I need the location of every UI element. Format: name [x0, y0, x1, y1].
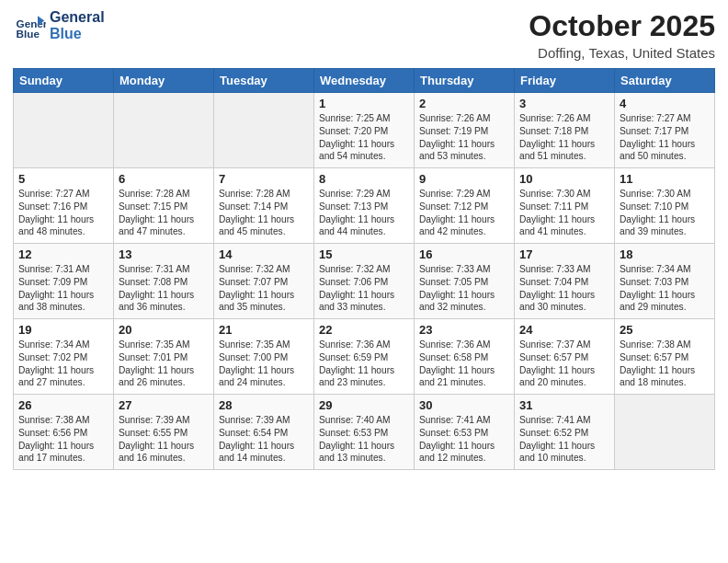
day-number: 30 — [419, 398, 509, 412]
day-cell: 23Sunrise: 7:36 AM Sunset: 6:58 PM Dayli… — [415, 319, 515, 395]
week-row-2: 5Sunrise: 7:27 AM Sunset: 7:16 PM Daylig… — [14, 168, 715, 244]
day-cell: 28Sunrise: 7:39 AM Sunset: 6:54 PM Dayli… — [214, 395, 314, 470]
col-header-wednesday: Wednesday — [314, 69, 415, 93]
day-number: 19 — [18, 323, 108, 337]
day-number: 9 — [419, 172, 509, 186]
day-info: Sunrise: 7:40 AM Sunset: 6:53 PM Dayligh… — [319, 414, 409, 465]
day-info: Sunrise: 7:27 AM Sunset: 7:17 PM Dayligh… — [620, 112, 710, 163]
day-number: 5 — [18, 172, 108, 186]
day-cell: 4Sunrise: 7:27 AM Sunset: 7:17 PM Daylig… — [615, 93, 715, 168]
day-number: 7 — [219, 172, 309, 186]
day-cell — [214, 93, 314, 168]
day-cell: 29Sunrise: 7:40 AM Sunset: 6:53 PM Dayli… — [314, 395, 415, 470]
day-number: 4 — [620, 97, 710, 110]
day-cell: 19Sunrise: 7:34 AM Sunset: 7:02 PM Dayli… — [14, 319, 114, 395]
day-number: 13 — [119, 247, 209, 261]
day-cell: 16Sunrise: 7:33 AM Sunset: 7:05 PM Dayli… — [415, 244, 515, 319]
day-number: 1 — [319, 97, 409, 110]
day-info: Sunrise: 7:28 AM Sunset: 7:14 PM Dayligh… — [219, 188, 309, 238]
day-cell: 6Sunrise: 7:28 AM Sunset: 7:15 PM Daylig… — [114, 168, 214, 244]
logo-icon: General Blue — [13, 9, 46, 42]
page: General Blue General Blue October 2025 D… — [0, 0, 728, 563]
day-info: Sunrise: 7:41 AM Sunset: 6:53 PM Dayligh… — [419, 414, 509, 465]
day-info: Sunrise: 7:33 AM Sunset: 7:05 PM Dayligh… — [419, 263, 509, 314]
day-number: 22 — [319, 323, 409, 337]
day-info: Sunrise: 7:26 AM Sunset: 7:19 PM Dayligh… — [419, 112, 509, 163]
day-cell: 21Sunrise: 7:35 AM Sunset: 7:00 PM Dayli… — [214, 319, 314, 395]
day-number: 12 — [18, 247, 108, 261]
day-info: Sunrise: 7:29 AM Sunset: 7:13 PM Dayligh… — [319, 188, 409, 238]
day-info: Sunrise: 7:27 AM Sunset: 7:16 PM Dayligh… — [18, 188, 108, 238]
day-cell: 10Sunrise: 7:30 AM Sunset: 7:11 PM Dayli… — [515, 168, 615, 244]
day-cell: 2Sunrise: 7:26 AM Sunset: 7:19 PM Daylig… — [415, 93, 515, 168]
day-number: 29 — [319, 398, 409, 412]
day-cell: 7Sunrise: 7:28 AM Sunset: 7:14 PM Daylig… — [214, 168, 314, 244]
day-info: Sunrise: 7:32 AM Sunset: 7:06 PM Dayligh… — [319, 263, 409, 314]
day-number: 20 — [119, 323, 209, 337]
day-cell: 27Sunrise: 7:39 AM Sunset: 6:55 PM Dayli… — [114, 395, 214, 470]
day-number: 3 — [519, 97, 609, 110]
day-info: Sunrise: 7:39 AM Sunset: 6:55 PM Dayligh… — [119, 414, 209, 465]
day-cell: 22Sunrise: 7:36 AM Sunset: 6:59 PM Dayli… — [314, 319, 415, 395]
day-cell — [615, 395, 715, 470]
day-number: 28 — [219, 398, 309, 412]
day-number: 16 — [419, 247, 509, 261]
logo-general: General — [50, 9, 105, 26]
day-cell: 17Sunrise: 7:33 AM Sunset: 7:04 PM Dayli… — [515, 244, 615, 319]
day-number: 10 — [519, 172, 609, 186]
logo-blue: Blue — [50, 26, 105, 42]
day-cell — [14, 93, 114, 168]
header: General Blue General Blue October 2025 D… — [13, 9, 715, 61]
day-number: 27 — [119, 398, 209, 412]
day-cell: 12Sunrise: 7:31 AM Sunset: 7:09 PM Dayli… — [14, 244, 114, 319]
day-info: Sunrise: 7:34 AM Sunset: 7:03 PM Dayligh… — [620, 263, 710, 314]
calendar-subtitle: Doffing, Texas, United States — [529, 45, 715, 61]
day-info: Sunrise: 7:38 AM Sunset: 6:56 PM Dayligh… — [18, 414, 108, 465]
day-cell: 24Sunrise: 7:37 AM Sunset: 6:57 PM Dayli… — [515, 319, 615, 395]
day-cell: 26Sunrise: 7:38 AM Sunset: 6:56 PM Dayli… — [14, 395, 114, 470]
day-number: 23 — [419, 323, 509, 337]
day-info: Sunrise: 7:30 AM Sunset: 7:10 PM Dayligh… — [620, 188, 710, 238]
day-info: Sunrise: 7:32 AM Sunset: 7:07 PM Dayligh… — [219, 263, 309, 314]
day-info: Sunrise: 7:35 AM Sunset: 7:00 PM Dayligh… — [219, 339, 309, 389]
day-number: 24 — [519, 323, 609, 337]
day-number: 25 — [620, 323, 710, 337]
day-number: 18 — [620, 247, 710, 261]
day-cell: 15Sunrise: 7:32 AM Sunset: 7:06 PM Dayli… — [314, 244, 415, 319]
day-number: 15 — [319, 247, 409, 261]
day-info: Sunrise: 7:34 AM Sunset: 7:02 PM Dayligh… — [18, 339, 108, 389]
col-header-sunday: Sunday — [14, 69, 114, 93]
day-number: 17 — [519, 247, 609, 261]
day-cell: 30Sunrise: 7:41 AM Sunset: 6:53 PM Dayli… — [415, 395, 515, 470]
col-header-thursday: Thursday — [415, 69, 515, 93]
day-cell: 25Sunrise: 7:38 AM Sunset: 6:57 PM Dayli… — [615, 319, 715, 395]
week-row-5: 26Sunrise: 7:38 AM Sunset: 6:56 PM Dayli… — [14, 395, 715, 470]
day-cell: 18Sunrise: 7:34 AM Sunset: 7:03 PM Dayli… — [615, 244, 715, 319]
day-cell: 20Sunrise: 7:35 AM Sunset: 7:01 PM Dayli… — [114, 319, 214, 395]
day-number: 11 — [620, 172, 710, 186]
day-number: 14 — [219, 247, 309, 261]
day-cell: 5Sunrise: 7:27 AM Sunset: 7:16 PM Daylig… — [14, 168, 114, 244]
day-info: Sunrise: 7:35 AM Sunset: 7:01 PM Dayligh… — [119, 339, 209, 389]
week-row-4: 19Sunrise: 7:34 AM Sunset: 7:02 PM Dayli… — [14, 319, 715, 395]
week-row-3: 12Sunrise: 7:31 AM Sunset: 7:09 PM Dayli… — [14, 244, 715, 319]
day-info: Sunrise: 7:29 AM Sunset: 7:12 PM Dayligh… — [419, 188, 509, 238]
day-info: Sunrise: 7:38 AM Sunset: 6:57 PM Dayligh… — [620, 339, 710, 389]
day-cell: 1Sunrise: 7:25 AM Sunset: 7:20 PM Daylig… — [314, 93, 415, 168]
day-info: Sunrise: 7:37 AM Sunset: 6:57 PM Dayligh… — [519, 339, 609, 389]
day-number: 21 — [219, 323, 309, 337]
day-info: Sunrise: 7:26 AM Sunset: 7:18 PM Dayligh… — [519, 112, 609, 163]
week-row-1: 1Sunrise: 7:25 AM Sunset: 7:20 PM Daylig… — [14, 93, 715, 168]
day-cell: 3Sunrise: 7:26 AM Sunset: 7:18 PM Daylig… — [515, 93, 615, 168]
logo: General Blue General Blue — [13, 9, 105, 42]
day-number: 31 — [519, 398, 609, 412]
day-info: Sunrise: 7:30 AM Sunset: 7:11 PM Dayligh… — [519, 188, 609, 238]
col-header-tuesday: Tuesday — [214, 69, 314, 93]
svg-text:Blue: Blue — [17, 28, 40, 40]
col-header-monday: Monday — [114, 69, 214, 93]
day-cell — [114, 93, 214, 168]
header-row: SundayMondayTuesdayWednesdayThursdayFrid… — [14, 69, 715, 93]
day-info: Sunrise: 7:31 AM Sunset: 7:09 PM Dayligh… — [18, 263, 108, 314]
day-info: Sunrise: 7:33 AM Sunset: 7:04 PM Dayligh… — [519, 263, 609, 314]
day-cell: 31Sunrise: 7:41 AM Sunset: 6:52 PM Dayli… — [515, 395, 615, 470]
